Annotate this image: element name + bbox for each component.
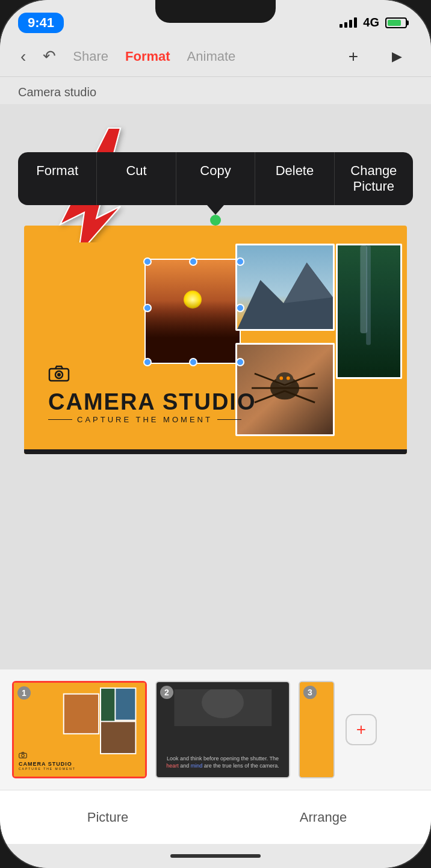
slide-subtitle: CAPTURE THE MOMENT — [48, 415, 256, 424]
handle-middle-right[interactable] — [236, 304, 244, 312]
waterfall-photo[interactable] — [336, 244, 402, 379]
play-button[interactable]: ▶ — [375, 39, 419, 74]
network-label: 4G — [363, 16, 379, 29]
svg-point-16 — [279, 377, 283, 380]
thumbnail-1[interactable]: 1 — [12, 681, 147, 778]
thumb-2-text: Look and think before opening the shutte… — [164, 755, 282, 770]
thumb-1-title: CAMERA STUDIO — [19, 761, 76, 767]
bottom-tabs: Picture Arrange — [0, 790, 431, 844]
canvas-area: Format Cut Copy Delete Change Picture — [0, 104, 431, 669]
mountain-photo-inner — [237, 245, 333, 329]
context-menu-change-picture[interactable]: Change Picture — [335, 152, 413, 205]
plus-icon: + — [340, 42, 367, 71]
back-button[interactable]: ‹ — [12, 42, 34, 71]
signal-bar-1 — [340, 24, 343, 28]
handle-middle-left[interactable] — [143, 304, 152, 312]
slide[interactable]: CAMERA STUDIO CAPTURE THE MOMENT — [24, 226, 407, 454]
slide-bottom-bar — [24, 449, 407, 454]
context-menu-pointer — [207, 205, 224, 215]
svg-rect-25 — [101, 721, 135, 754]
camera-icon — [48, 364, 70, 382]
battery-icon — [385, 17, 407, 28]
phone-frame: 9:41 4G ‹ ↶ Share — [0, 0, 431, 868]
waterfall-photo-inner — [338, 245, 400, 377]
handle-bottom-middle[interactable] — [189, 358, 197, 366]
handle-top-left[interactable] — [143, 257, 152, 266]
thumbnail-2[interactable]: 2 Look and think before opening the shut… — [155, 681, 290, 778]
thumbnails-bar: 1 — [0, 669, 431, 790]
thumb-2-bg: 2 Look and think before opening the shut… — [157, 682, 289, 777]
thumb-1-subtitle: CAPTURE THE MOMENT — [19, 767, 76, 771]
handle-top-right[interactable] — [236, 257, 244, 266]
back-icon: ‹ — [20, 47, 26, 66]
battery-fill — [388, 20, 401, 26]
context-menu-copy[interactable]: Copy — [176, 152, 255, 205]
subtitle-line-left — [48, 419, 72, 420]
tab-arrange[interactable]: Arrange — [216, 804, 431, 831]
photo-selected-inner — [146, 260, 240, 363]
thumb-1-content: CAMERA STUDIO CAPTURE THE MOMENT — [19, 750, 76, 771]
share-label[interactable]: Share — [64, 44, 117, 69]
thumb-1-bg: 1 — [14, 683, 145, 777]
svg-rect-6 — [338, 245, 400, 377]
svg-point-17 — [287, 377, 290, 380]
add-slide-button[interactable]: + — [346, 714, 377, 745]
breadcrumb-text: Camera studio — [18, 85, 96, 99]
svg-point-27 — [22, 754, 25, 757]
slide-camera-section: CAMERA STUDIO CAPTURE THE MOMENT — [48, 364, 256, 424]
signal-bar-3 — [349, 20, 352, 28]
thumb-1-number: 1 — [17, 686, 31, 700]
signal-bars — [340, 17, 357, 28]
signal-bar-4 — [354, 17, 357, 28]
context-menu-cut[interactable]: Cut — [97, 152, 176, 205]
undo-icon: ↶ — [43, 47, 56, 66]
phone-screen: 9:41 4G ‹ ↶ Share — [0, 0, 431, 868]
svg-point-20 — [57, 373, 61, 377]
context-menu-format[interactable]: Format — [18, 152, 97, 205]
selection-dot — [210, 215, 221, 226]
handle-bottom-right[interactable] — [236, 358, 244, 366]
top-nav: ‹ ↶ Share Format Animate + ▶ — [0, 36, 431, 77]
signal-bar-2 — [344, 22, 347, 28]
home-bar — [170, 854, 261, 858]
breadcrumb: Camera studio — [0, 77, 431, 104]
context-menu-delete[interactable]: Delete — [255, 152, 334, 205]
notch — [155, 0, 276, 23]
animate-tab[interactable]: Animate — [179, 44, 244, 69]
svg-rect-22 — [64, 694, 99, 734]
home-indicator — [0, 844, 431, 868]
play-icon: ▶ — [383, 44, 411, 69]
status-right: 4G — [340, 16, 407, 29]
add-button[interactable]: + — [332, 37, 375, 76]
format-tab[interactable]: Format — [117, 44, 179, 69]
thumbnail-3[interactable]: 3 — [299, 681, 335, 778]
tab-arrange-label: Arrange — [300, 810, 347, 825]
thumb-2-number: 2 — [160, 686, 173, 699]
selected-photo[interactable] — [144, 259, 241, 364]
slide-content: CAMERA STUDIO CAPTURE THE MOMENT — [24, 226, 407, 454]
undo-button[interactable]: ↶ — [34, 42, 64, 70]
tab-picture[interactable]: Picture — [0, 804, 216, 831]
tree-silhouette — [146, 301, 240, 363]
tab-picture-label: Picture — [87, 810, 128, 825]
slide-title: CAMERA STUDIO — [48, 389, 256, 415]
subtitle-line-right — [217, 419, 241, 420]
status-time: 9:41 — [18, 13, 64, 33]
handle-top-middle[interactable] — [189, 257, 197, 266]
thumb-3-number: 3 — [303, 686, 317, 699]
handle-bottom-left[interactable] — [143, 358, 152, 366]
mountain-photo[interactable] — [235, 244, 335, 331]
add-slide-area: + — [343, 681, 379, 778]
context-menu: Format Cut Copy Delete Change Picture — [18, 152, 413, 205]
